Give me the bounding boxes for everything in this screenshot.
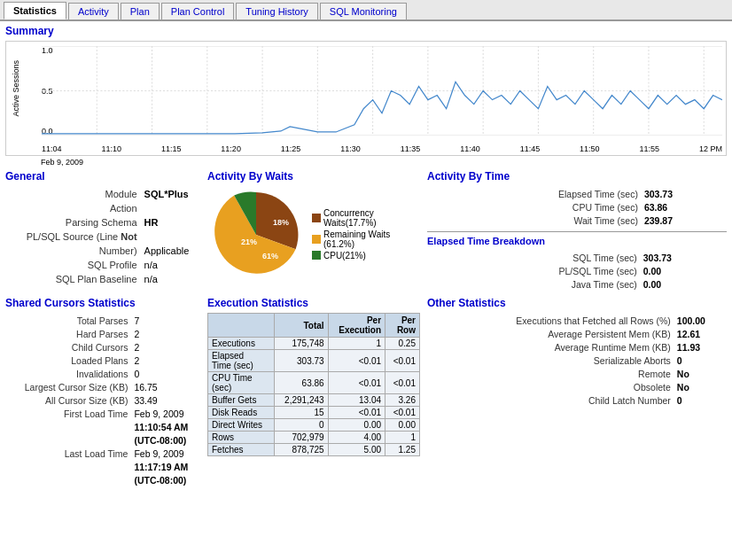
main-content: Summary 1.0 0.5 0.0 Active Sessions [0,21,732,491]
general-section: General Module SQL*Plus Action Parsing S… [5,170,200,292]
list-item: Largest Cursor Size (KB)16.75 [7,381,199,393]
summary-title: Summary [5,25,727,37]
table-row: ElapsedTime (sec)303.73<0.01<0.01 [208,350,420,372]
elapsed-row: Elapsed Time (sec) 303.73 [429,188,725,199]
x-axis: 11:04 11:10 11:15 11:20 11:25 11:30 11:3… [42,144,722,153]
middle-section: General Module SQL*Plus Action Parsing S… [5,170,727,292]
shared-table: Total Parses7 Hard Parses2 Child Cursors… [5,313,200,487]
activity-by-waits-section: Activity By Waits 18% 21% [207,170,420,292]
exec-title: Execution Statistics [207,297,420,309]
other-table: Executions that Fetched all Rows (%)100.… [427,313,727,408]
svg-text:61%: 61% [262,252,278,261]
legend-cpu: CPU(21%) [312,251,390,261]
tab-sql-monitoring[interactable]: SQL Monitoring [320,3,407,19]
list-item: Hard Parses2 [7,328,199,339]
general-title: General [5,170,200,183]
tab-tuning-history[interactable]: Tuning History [236,3,318,19]
table-header: Total PerExecution PerRow [208,314,420,338]
list-item: Child Cursors2 [7,341,199,353]
list-item: ObsoleteNo [429,381,725,393]
legend-concurrency: ConcurrencyWaits(17.7%) [312,208,390,228]
general-table: Module SQL*Plus Action Parsing Schema HR… [5,186,200,287]
table-row: Buffer Gets2,291,24313.043.26 [208,394,420,407]
list-item: Child Latch Number0 [429,394,725,406]
chart-date [42,144,44,153]
shared-title: Shared Cursors Statistics [5,297,200,309]
tab-activity[interactable]: Activity [68,3,119,19]
list-item: Total Parses7 [7,315,199,326]
pie-legend: ConcurrencyWaits(17.7%) Remaining Waits(… [312,208,390,262]
list-item: (UTC-08:00) [7,474,199,486]
list-item: RemoteNo [429,368,725,379]
general-row-module: Module SQL*Plus [7,188,199,200]
pie-container: 18% 21% 61% ConcurrencyWaits(17.7%) Rema… [207,186,420,284]
time-title: Activity By Time [427,170,727,183]
y-axis-label: Active Sessions [8,42,24,136]
table-row: Direct Writes00.000.00 [208,419,420,432]
list-item: (UTC-08:00) [7,434,199,446]
list-item: Loaded Plans2 [7,354,199,366]
svg-text:18%: 18% [273,218,289,227]
list-item: Last Load TimeFeb 9, 2009 [7,447,199,459]
other-stats-section: Other Statistics Executions that Fetched… [427,297,727,487]
table-row: Disk Reads15<0.01<0.01 [208,407,420,419]
java-time-row: Java Time (sec) 0.00 [429,278,725,290]
plsql-time-row: PL/SQL Time (sec) 0.00 [429,265,725,276]
list-item: 11:17:19 AM [7,461,199,472]
bottom-section: Shared Cursors Statistics Total Parses7 … [5,297,727,487]
list-item: Average Runtime Mem (KB)11.93 [429,341,725,353]
summary-chart: 1.0 0.5 0.0 Active Sessions [5,41,727,156]
general-row-schema: Parsing Schema HR [7,216,199,229]
legend-remaining: Remaining Waits(61.2%) [312,229,390,249]
wait-row: Wait Time (sec) 239.87 [429,214,725,226]
pie-chart: 18% 21% 61% [207,186,305,284]
tab-statistics[interactable]: Statistics [4,2,66,19]
cpu-row: CPU Time (sec) 63.86 [429,201,725,213]
list-item: 11:10:54 AM [7,421,199,432]
svg-text:21%: 21% [241,237,257,246]
list-item: First Load TimeFeb 9, 2009 [7,408,199,419]
list-item: Serializable Aborts0 [429,354,725,366]
execution-stats-section: Execution Statistics Total PerExecution … [207,297,420,487]
general-row-profile: SQL Profile n/a [7,259,199,271]
exec-table: Total PerExecution PerRow Executions175,… [207,313,420,456]
chart-date-label: Feb 9, 2009 [41,158,727,167]
general-row-number: Number) Applicable [7,245,199,257]
list-item: All Cursor Size (KB)33.49 [7,394,199,406]
tab-plan[interactable]: Plan [121,3,160,19]
activity-by-time-section: Activity By Time Elapsed Time (sec) 303.… [427,170,727,292]
general-row-baseline: SQL Plan Baseline n/a [7,273,199,285]
shared-cursors-section: Shared Cursors Statistics Total Parses7 … [5,297,200,487]
activity-time-table: Elapsed Time (sec) 303.73 CPU Time (sec)… [427,186,727,228]
tab-bar: Statistics Activity Plan Plan Control Tu… [0,0,732,21]
list-item: Invalidations0 [7,368,199,379]
table-row: Fetches878,7255.001.25 [208,444,420,456]
table-row: CPU Time(sec)63.86<0.01<0.01 [208,372,420,394]
waits-title: Activity By Waits [207,170,420,183]
list-item: Executions that Fetched all Rows (%)100.… [429,315,725,326]
breakdown-title: Elapsed Time Breakdown [427,236,727,246]
general-row-action: Action [7,202,199,214]
chart-svg [42,46,722,136]
sql-time-row: SQL Time (sec) 303.73 [429,252,725,263]
table-row: Rows702,9794.001 [208,432,420,444]
list-item: Average Persistent Mem (KB)12.61 [429,328,725,339]
general-row-plsql: PL/SQL Source (Line Not [7,230,199,243]
table-row: Executions175,74810.25 [208,338,420,350]
other-title: Other Statistics [427,297,727,309]
summary-section: Summary 1.0 0.5 0.0 Active Sessions [5,25,727,167]
tab-plan-control[interactable]: Plan Control [161,3,235,19]
breakdown-table: SQL Time (sec) 303.73 PL/SQL Time (sec) … [427,250,727,292]
